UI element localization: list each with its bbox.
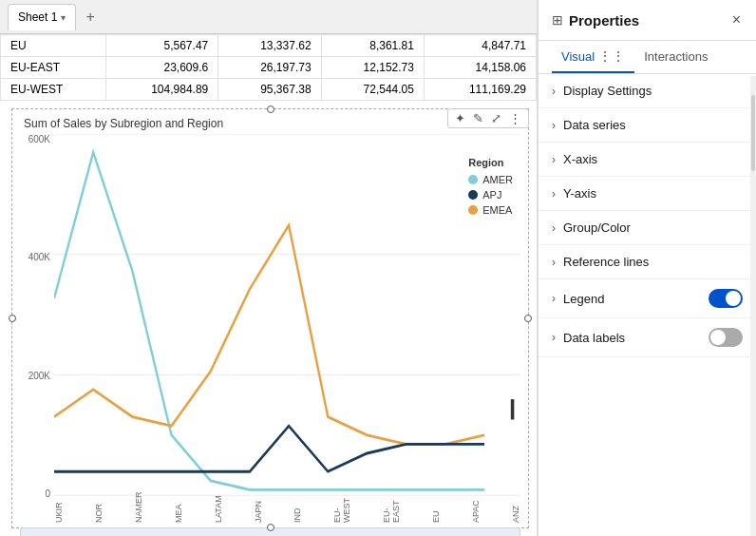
property-item[interactable]: › X-axis: [539, 143, 756, 177]
chart-legend: Region AMER APJ EMEA: [468, 157, 513, 220]
tab-interactions[interactable]: Interactions: [634, 41, 717, 73]
property-item[interactable]: › Display Settings: [539, 74, 756, 108]
table-cell-label: EU: [1, 35, 106, 57]
legend-label: AMER: [482, 174, 513, 185]
table-cell-4: 111,169.29: [424, 79, 536, 101]
legend-label: EMEA: [482, 204, 512, 216]
legend-dot: [468, 205, 478, 215]
property-item[interactable]: › Y-axis: [539, 177, 756, 211]
panel-close-button[interactable]: ×: [730, 10, 743, 30]
chart-edit-button[interactable]: ✎: [470, 111, 486, 125]
sheet-tab[interactable]: Sheet 1 ▾: [8, 4, 76, 30]
tab-interactions-label: Interactions: [644, 49, 708, 64]
property-label: Reference lines: [563, 255, 649, 269]
x-label: NAMER: [134, 504, 143, 523]
property-left: › X-axis: [552, 152, 597, 166]
table-cell-3: 72,544.05: [321, 79, 424, 101]
main-area: Sheet 1 ▾ + EU 5,567.47 13,337.62 8,361.…: [0, 0, 538, 536]
x-label: EU: [431, 504, 441, 523]
table-cell-1: 104,984.89: [106, 79, 218, 101]
add-sheet-button[interactable]: +: [80, 7, 100, 28]
panel-scrollbar-thumb[interactable]: [751, 95, 755, 171]
property-left: › Data series: [552, 118, 626, 132]
property-left: › Display Settings: [552, 84, 652, 98]
property-chevron-icon: ›: [552, 256, 556, 269]
emea-line: [54, 225, 484, 444]
property-list: › Display Settings › Data series › X-axi…: [539, 74, 756, 536]
property-toggle[interactable]: [709, 328, 743, 347]
x-label: IND: [293, 504, 302, 523]
property-label: Display Settings: [563, 84, 652, 98]
table-cell-1: 5,567.47: [106, 35, 218, 57]
table-cell-3: 8,361.81: [321, 35, 424, 57]
x-label: LATAM: [214, 504, 223, 523]
x-label: ANZ: [511, 504, 520, 523]
property-chevron-icon: ›: [552, 331, 556, 344]
property-label: Data labels: [563, 331, 625, 345]
property-item[interactable]: › Data series: [539, 108, 756, 143]
tab-bar: Sheet 1 ▾ +: [0, 0, 537, 34]
table-cell-4: 14,158.06: [424, 57, 536, 79]
chart-svg: [54, 134, 520, 499]
property-left: › Y-axis: [552, 186, 596, 201]
table-row: EU-WEST 104,984.89 95,367.38 72,544.05 1…: [1, 79, 537, 101]
sheet-tab-label: Sheet 1: [18, 10, 57, 24]
table-cell-2: 13,337.62: [218, 35, 321, 57]
tab-visual[interactable]: Visual ⋮⋮: [552, 41, 634, 73]
chart-x-labels: UKIRNORNAMERMEALATAMJAPNINDEU-WESTEU-EAS…: [54, 502, 520, 523]
chart-plot-area: UKIRNORNAMERMEALATAMJAPNINDEU-WESTEU-EAS…: [54, 134, 520, 520]
property-left: › Reference lines: [552, 255, 649, 269]
property-chevron-icon: ›: [552, 119, 556, 132]
chart-more-button[interactable]: ⋮: [506, 111, 524, 125]
x-label: EU-WEST: [332, 504, 351, 523]
panel-title: Properties: [569, 12, 639, 29]
x-label: NOR: [94, 504, 104, 523]
x-label: APAC: [471, 504, 481, 523]
table-cell-label: EU-WEST: [1, 79, 106, 101]
property-item[interactable]: › Reference lines: [539, 245, 756, 279]
table-cell-2: 95,367.38: [218, 79, 321, 101]
legend-label: APJ: [482, 189, 501, 201]
property-item[interactable]: › Data labels: [539, 318, 756, 357]
table-cell-label: EU-EAST: [1, 57, 106, 79]
chart-filter-button[interactable]: ✦: [452, 111, 468, 125]
property-label: Group/Color: [563, 220, 631, 235]
handle-left[interactable]: [9, 315, 16, 322]
legend-item: APJ: [468, 189, 513, 201]
property-item[interactable]: › Group/Color: [539, 211, 756, 245]
table-cell-2: 26,197.73: [218, 57, 321, 79]
y-label: 600K: [28, 134, 50, 144]
property-label: X-axis: [563, 152, 597, 166]
tab-visual-dots: ⋮⋮: [598, 48, 625, 64]
property-left: › Data labels: [552, 331, 625, 345]
tab-visual-label: Visual: [561, 49, 595, 64]
properties-panel: ⊞ Properties × Visual ⋮⋮ Interactions › …: [538, 0, 756, 536]
chart-expand-button[interactable]: ⤢: [488, 111, 504, 125]
y-label: 0: [45, 488, 50, 499]
property-chevron-icon: ›: [552, 292, 556, 305]
data-table: EU 5,567.47 13,337.62 8,361.81 4,847.71 …: [0, 34, 537, 101]
property-chevron-icon: ›: [552, 187, 556, 201]
x-label: EU-EAST: [382, 504, 401, 523]
x-label: MEA: [174, 504, 183, 523]
property-left: › Group/Color: [552, 220, 631, 235]
legend-item: EMEA: [468, 204, 513, 216]
handle-top[interactable]: [267, 105, 274, 113]
sheet-tab-chevron: ▾: [61, 12, 66, 23]
legend-dot: [468, 175, 478, 184]
amer-line: [54, 152, 484, 489]
chart-inner: Sum of Sales by Subregion and Region 600…: [12, 109, 528, 527]
chart-container: ✦ ✎ ⤢ ⋮ Sum of Sales by Subregion and Re…: [11, 108, 529, 528]
chart-y-labels: 600K400K200K0: [20, 134, 54, 520]
property-toggle[interactable]: [709, 289, 743, 308]
x-label: UKIR: [54, 504, 64, 523]
property-chevron-icon: ›: [552, 221, 556, 235]
property-label: Data series: [563, 118, 626, 132]
property-item[interactable]: › Legend: [539, 279, 756, 318]
legend-item: AMER: [468, 174, 513, 185]
chart-body: 600K400K200K0: [20, 134, 520, 520]
handle-right[interactable]: [524, 315, 532, 322]
panel-scrollbar-track: [750, 76, 756, 536]
handle-bottom[interactable]: [267, 524, 274, 531]
properties-icon: ⊞: [552, 12, 563, 28]
